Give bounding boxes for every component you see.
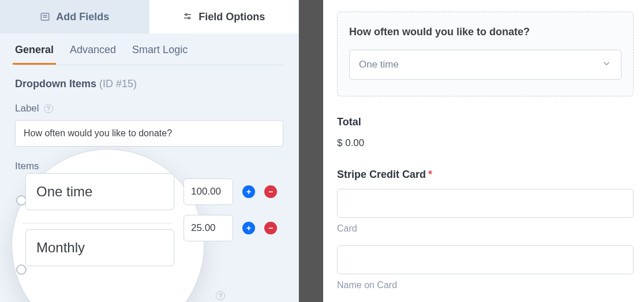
total-value: $ 0.00: [337, 137, 634, 149]
item-price-input[interactable]: [184, 215, 233, 241]
item-price-input[interactable]: [184, 178, 233, 205]
subtab-smart-logic[interactable]: Smart Logic: [132, 44, 188, 64]
items-label: Items: [15, 161, 39, 172]
item-label-input[interactable]: [25, 173, 174, 210]
label-field-label: Label: [15, 103, 39, 114]
chevron-down-icon: [601, 58, 612, 72]
name-sublabel: Name on Card: [337, 280, 634, 290]
items-label-row: Items: [15, 161, 283, 172]
remove-item-button[interactable]: −: [264, 222, 277, 234]
dropdown-selected-value: One time: [359, 59, 399, 70]
label-input[interactable]: [15, 120, 283, 147]
form-preview-panel: How often would you like to donate? One …: [323, 0, 644, 302]
builder-sidebar: Add Fields Field Options General Advance…: [0, 0, 299, 302]
label-field-block: Label ?: [15, 103, 283, 147]
field-settings-section: Dropdown Items (ID #15) Label ? Items: [0, 65, 298, 179]
help-icon[interactable]: ?: [216, 291, 225, 300]
panel-gap: [299, 0, 323, 302]
primary-tabs: Add Fields Field Options: [0, 0, 298, 33]
dropdown-field[interactable]: One time: [349, 50, 621, 80]
section-id: (ID #15): [99, 78, 137, 90]
section-title-text: Dropdown Items: [15, 78, 96, 90]
item-label-input[interactable]: [25, 229, 174, 266]
sliders-icon: [182, 12, 193, 22]
remove-item-button[interactable]: −: [264, 185, 277, 198]
help-icon[interactable]: ?: [44, 104, 53, 113]
stripe-block: Stripe Credit Card* Card Name on Card: [337, 169, 634, 290]
tab-field-options-label: Field Options: [199, 11, 265, 23]
card-number-input[interactable]: [337, 189, 634, 218]
subtab-advanced[interactable]: Advanced: [70, 44, 116, 64]
svg-point-6: [188, 17, 190, 19]
item-divider: [23, 223, 172, 223]
add-item-button[interactable]: +: [242, 185, 255, 198]
form-preview: How often would you like to donate? One …: [337, 12, 634, 290]
tab-field-options[interactable]: Field Options: [149, 0, 299, 33]
total-block: Total $ 0.00: [337, 116, 634, 149]
dropdown-items-editor: + − + − ?: [23, 173, 294, 279]
add-item-button[interactable]: +: [242, 222, 255, 234]
tab-add-fields-label: Add Fields: [56, 11, 109, 23]
total-label: Total: [337, 116, 634, 128]
selected-field-preview[interactable]: How often would you like to donate? One …: [337, 12, 634, 96]
item-row: + −: [23, 229, 294, 266]
card-sublabel: Card: [337, 223, 634, 234]
question-label: How often would you like to donate?: [349, 26, 621, 38]
stripe-label: Stripe Credit Card*: [337, 169, 634, 181]
svg-point-4: [186, 14, 188, 16]
stripe-label-text: Stripe Credit Card: [337, 169, 426, 180]
required-asterisk: *: [428, 169, 432, 180]
form-icon: [40, 12, 50, 22]
item-row: + −: [23, 173, 294, 210]
sub-tabs: General Advanced Smart Logic: [0, 33, 298, 65]
section-title: Dropdown Items (ID #15): [15, 78, 283, 90]
subtab-general[interactable]: General: [15, 44, 54, 64]
tab-add-fields[interactable]: Add Fields: [0, 0, 149, 33]
name-on-card-input[interactable]: [337, 245, 634, 274]
